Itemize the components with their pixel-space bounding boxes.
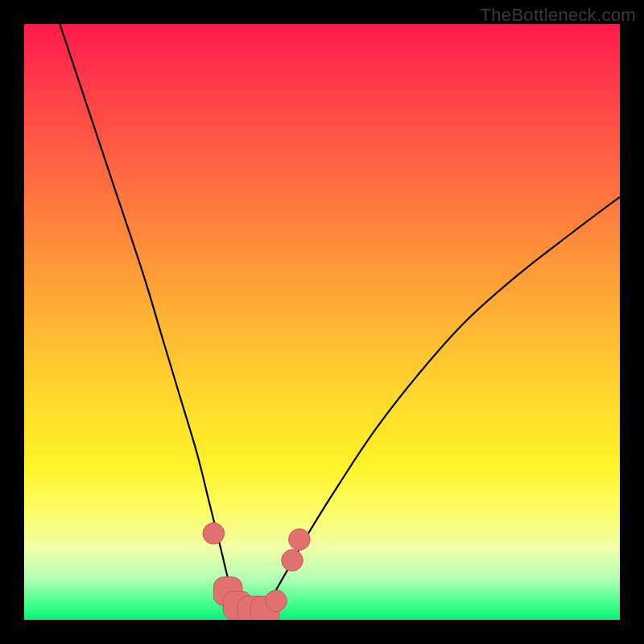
watermark-text: TheBottleneck.com [481,5,636,26]
marker-7 [289,529,311,551]
chart-frame: TheBottleneck.com [0,0,644,644]
marker-0 [203,522,225,544]
marker-group [203,522,310,620]
data-markers [24,24,620,620]
marker-5 [266,590,287,612]
marker-6 [282,550,303,572]
